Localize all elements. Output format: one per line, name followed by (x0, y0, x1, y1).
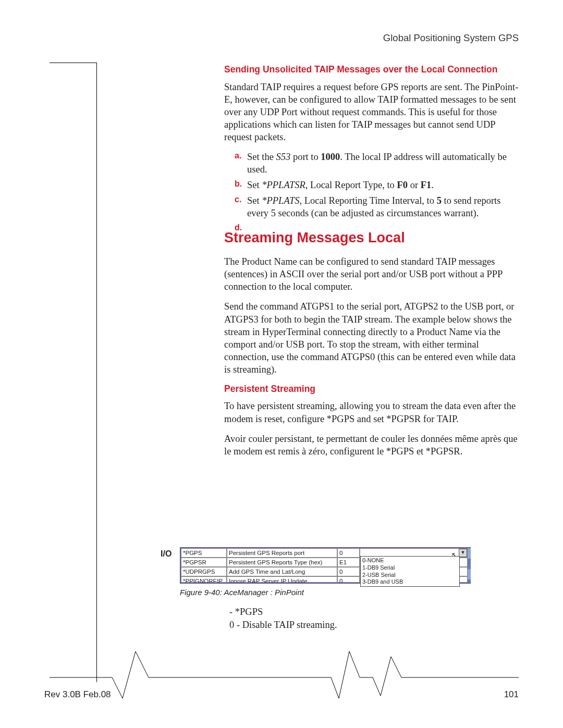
main-content: Sending Unsolicited TAIP Messages over t… (224, 64, 523, 465)
step-c: c. Set *PPLATS, Local Reporting Time Int… (238, 194, 523, 219)
bold: 5 (437, 195, 442, 206)
io-label: I/O (161, 549, 172, 559)
italic: *PPLATS, (262, 195, 302, 206)
dropdown-option[interactable]: 1-DB9 Serial (362, 564, 458, 572)
cell-desc: Persistent GPS Reports port (227, 548, 337, 558)
acemanager-table: *PGPS Persistent GPS Reports port 0 ▼ ↖ … (180, 547, 471, 584)
cell-desc: Ignore RAP Server IP Update (227, 576, 337, 583)
page-number: 101 (504, 689, 519, 700)
cell-value: 0 (337, 567, 360, 576)
paragraph: To have persistent streaming, allowing y… (224, 400, 523, 425)
cell-dropdown[interactable]: ▼ ↖ 0-NONE 1-DB9 Serial 2-USB Serial 3-D… (360, 548, 468, 558)
subheading-persistent: Persistent Streaming (224, 383, 523, 395)
step-marker: c. (235, 194, 241, 205)
bold: F1 (421, 180, 432, 190)
list-item: - *PGPS (229, 606, 337, 619)
cell-value: 0 (337, 548, 360, 558)
cell-desc: Add GPS Time and Lat/Long (227, 567, 337, 576)
paragraph: Avoir couler persistant, te permettant d… (224, 433, 523, 458)
table-row: *PGPS Persistent GPS Reports port 0 ▼ ↖ … (181, 548, 468, 558)
dropdown-option[interactable]: 0-NONE (362, 557, 458, 564)
step-b: b. Set *PPLATSR, Local Report Type, to F… (238, 179, 523, 191)
step-marker: b. (235, 179, 242, 190)
cell-name: *PGPS (181, 548, 227, 558)
step-a: a. Set the S53 port to 1000. The local I… (238, 151, 523, 176)
cell-desc: Persistent GPS Reports Type (hex) (227, 558, 337, 567)
italic: *PPLATSR (262, 180, 305, 190)
page-header: Global Positioning System GPS (383, 32, 519, 44)
footer-rev: Rev 3.0B Feb.08 (44, 689, 111, 700)
text: port to (290, 152, 321, 162)
chevron-down-icon[interactable]: ▼ (459, 549, 467, 557)
paragraph: The Product Name can be configured to se… (224, 255, 523, 293)
list-item: 0 - Disable TAIP streaming. (229, 619, 337, 632)
dropdown-list[interactable]: 0-NONE 1-DB9 Serial 2-USB Serial 3-DB9 a… (360, 556, 460, 587)
text: . (431, 180, 434, 190)
scrollbar[interactable] (468, 548, 471, 583)
cell-name: *PGPSR (181, 558, 227, 567)
cell-value: 0 (337, 576, 360, 583)
margin-rule (50, 63, 97, 682)
step-marker: d. (235, 223, 242, 233)
text: Set the (247, 152, 276, 162)
below-list: - *PGPS 0 - Disable TAIP streaming. (229, 606, 337, 632)
steps-list: a. Set the S53 port to 1000. The local I… (224, 151, 523, 219)
text: , Local Report Type, to (305, 180, 397, 190)
dropdown-option[interactable]: 2-USB Serial (362, 572, 458, 579)
bold: 1000 (321, 152, 340, 162)
paragraph: Send the command ATGPS1 to the serial po… (224, 300, 523, 375)
dropdown-option[interactable]: 3-DB9 and USB (362, 578, 458, 586)
intro-paragraph: Standard TAIP requires a request before … (224, 81, 523, 143)
bold: F0 (397, 180, 408, 190)
text: or (408, 180, 421, 190)
cell-name: *UDPRGPS (181, 567, 227, 576)
footer-wave-icon (50, 649, 519, 706)
subheading-taip: Sending Unsolicited TAIP Messages over t… (224, 64, 523, 76)
italic: S53 (276, 152, 291, 162)
figure-caption: Figure 9-40: AceManager : PinPoint (180, 588, 304, 597)
cell-value: E1 (337, 558, 360, 567)
heading-streaming: Streaming Messages Local (224, 229, 523, 247)
step-marker: a. (235, 151, 241, 162)
text: Set (247, 195, 262, 206)
cell-name: *PPIGNOREIP (181, 576, 227, 583)
text: Set (247, 180, 262, 190)
text: Local Reporting Time Interval, to (302, 195, 436, 206)
